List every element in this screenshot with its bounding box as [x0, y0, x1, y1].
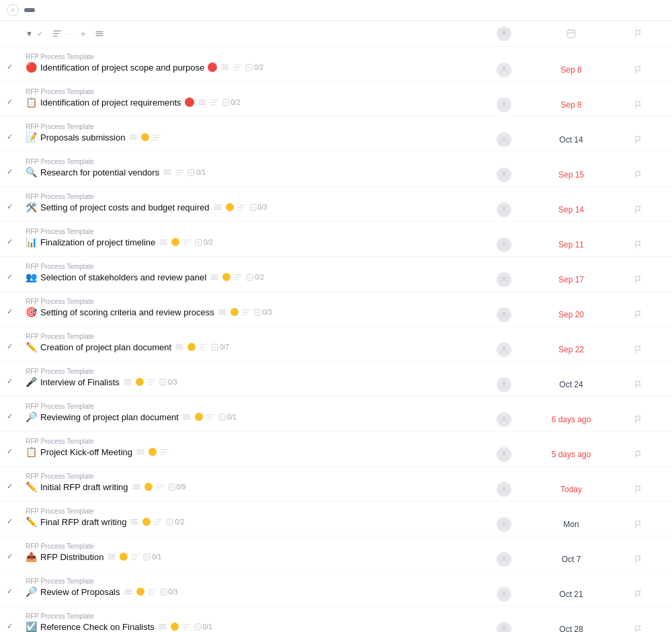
group-menu-button[interactable]	[92, 28, 107, 40]
task-row[interactable]: ✓ RFP Process Template 🔴 Identification …	[0, 47, 672, 82]
task-row[interactable]: ✓ RFP Process Template 🛠️ Setting of pro…	[0, 187, 672, 222]
task-check-area[interactable]: ✓	[7, 155, 26, 176]
task-priority[interactable]	[612, 310, 665, 319]
task-row[interactable]: ✓ RFP Process Template ✏️ Initial RFP dr…	[0, 467, 672, 502]
task-check-area[interactable]: ✓	[7, 295, 26, 316]
task-priority[interactable]	[612, 450, 665, 459]
menu-icon[interactable]	[210, 272, 219, 282]
task-row[interactable]: ✓ RFP Process Template 📝 Proposals submi…	[0, 117, 672, 152]
task-check-area[interactable]: ✓	[7, 365, 26, 386]
list-icon	[210, 98, 219, 107]
task-row[interactable]: ✓ RFP Process Template 🔎 Review of Propo…	[0, 571, 672, 606]
svg-point-4	[503, 67, 506, 71]
task-row[interactable]: ✓ RFP Process Template 🔎 Reviewing of pr…	[0, 397, 672, 432]
menu-icon[interactable]	[124, 587, 133, 596]
task-row[interactable]: ✓ RFP Process Template 📋 Identification …	[0, 82, 672, 117]
task-check-area[interactable]: ✓	[7, 435, 26, 456]
task-assignee[interactable]	[477, 587, 531, 602]
task-name: Initial RFP draft writing	[40, 482, 128, 492]
task-row[interactable]: ✓ RFP Process Template ✏️ Final RFP draf…	[0, 502, 672, 537]
task-assignee[interactable]	[477, 132, 531, 147]
menu-icon[interactable]	[175, 342, 184, 352]
task-assignee[interactable]	[477, 307, 531, 322]
menu-icon[interactable]	[213, 202, 222, 212]
task-row[interactable]: ✓ RFP Process Template 📤 RFP Distributio…	[0, 537, 672, 571]
task-assignee[interactable]	[477, 377, 531, 392]
task-cols: Oct 24	[477, 365, 665, 392]
task-check-area[interactable]: ✓	[7, 85, 26, 106]
task-row[interactable]: ✓ RFP Process Template 📊 Finalization of…	[0, 222, 672, 257]
task-row[interactable]: ✓ RFP Process Template ☑️ Reference Chec…	[0, 606, 672, 632]
task-cols: Sep 15	[477, 155, 665, 182]
task-check-area[interactable]: ✓	[7, 330, 26, 351]
task-priority[interactable]	[612, 590, 665, 599]
task-check-area[interactable]: ✓	[7, 470, 26, 491]
status-badge[interactable]	[24, 8, 35, 12]
svg-point-13	[503, 242, 506, 245]
task-assignee[interactable]	[477, 237, 531, 252]
menu-icon[interactable]	[163, 167, 172, 177]
task-check-area[interactable]: ✓	[7, 400, 26, 421]
expand-icon[interactable]: ▼	[26, 30, 33, 38]
task-check-area[interactable]: ✓	[7, 225, 26, 246]
task-assignee[interactable]	[477, 412, 531, 427]
task-priority[interactable]	[612, 240, 665, 249]
task-check-area[interactable]: ✓	[7, 575, 26, 596]
task-priority[interactable]	[612, 65, 665, 75]
task-priority[interactable]	[612, 135, 665, 145]
task-priority[interactable]	[612, 485, 665, 494]
menu-icon[interactable]	[158, 622, 167, 631]
menu-icon[interactable]	[128, 132, 138, 142]
group-assignee[interactable]	[497, 26, 511, 41]
menu-icon[interactable]	[218, 307, 227, 317]
task-priority[interactable]	[612, 100, 665, 110]
menu-icon[interactable]	[182, 412, 192, 422]
task-row[interactable]: ✓ RFP Process Template 🎯 Setting of scor…	[0, 292, 672, 327]
task-check-area[interactable]: ✓	[7, 260, 26, 281]
task-assignee[interactable]	[477, 167, 531, 182]
task-assignee[interactable]	[477, 552, 531, 567]
task-check-area[interactable]: ✓	[7, 540, 26, 561]
task-assignee[interactable]	[477, 272, 531, 287]
menu-icon[interactable]	[132, 482, 141, 491]
task-priority[interactable]	[612, 555, 665, 564]
task-check-area[interactable]: ✓	[7, 505, 26, 526]
task-assignee[interactable]	[477, 63, 531, 77]
task-assignee[interactable]	[477, 622, 531, 632]
menu-icon[interactable]	[159, 237, 168, 247]
task-check-area[interactable]: ✓	[7, 190, 26, 211]
task-assignee[interactable]	[477, 342, 531, 357]
task-check-area[interactable]: ✓	[7, 120, 26, 141]
task-assignee[interactable]	[477, 447, 531, 462]
task-priority[interactable]	[612, 275, 665, 284]
task-duedate: Sep 8	[531, 65, 612, 75]
svg-rect-2	[567, 30, 575, 38]
menu-icon[interactable]	[220, 63, 230, 72]
task-check-area[interactable]: ✓	[7, 610, 26, 631]
subtask-count: 0/2	[245, 64, 263, 71]
task-row[interactable]: ✓ RFP Process Template ✏️ Creation of pr…	[0, 327, 672, 362]
group-add-button[interactable]: +	[78, 28, 89, 40]
task-priority[interactable]	[612, 380, 665, 389]
task-check-area[interactable]: ✓	[7, 50, 26, 71]
task-row[interactable]: ✓ RFP Process Template 👥 Selection of st…	[0, 257, 672, 292]
task-priority[interactable]	[612, 170, 665, 180]
task-assignee[interactable]	[477, 97, 531, 112]
task-assignee[interactable]	[477, 482, 531, 497]
menu-icon[interactable]	[123, 377, 132, 387]
back-button[interactable]	[7, 4, 19, 16]
menu-icon[interactable]	[198, 97, 207, 107]
menu-icon[interactable]	[107, 552, 116, 561]
task-priority[interactable]	[612, 625, 665, 632]
task-priority[interactable]	[612, 520, 665, 529]
task-priority[interactable]	[612, 415, 665, 424]
menu-icon[interactable]	[136, 447, 145, 457]
task-row[interactable]: ✓ RFP Process Template 🎤 Interview of Fi…	[0, 362, 672, 397]
task-priority[interactable]	[612, 345, 665, 354]
task-row[interactable]: ✓ RFP Process Template 📋 Project Kick-of…	[0, 432, 672, 467]
task-assignee[interactable]	[477, 517, 531, 532]
menu-icon[interactable]	[130, 517, 139, 526]
task-row[interactable]: ✓ RFP Process Template 🔍 Research for po…	[0, 152, 672, 187]
task-priority[interactable]	[612, 205, 665, 214]
task-assignee[interactable]	[477, 202, 531, 217]
